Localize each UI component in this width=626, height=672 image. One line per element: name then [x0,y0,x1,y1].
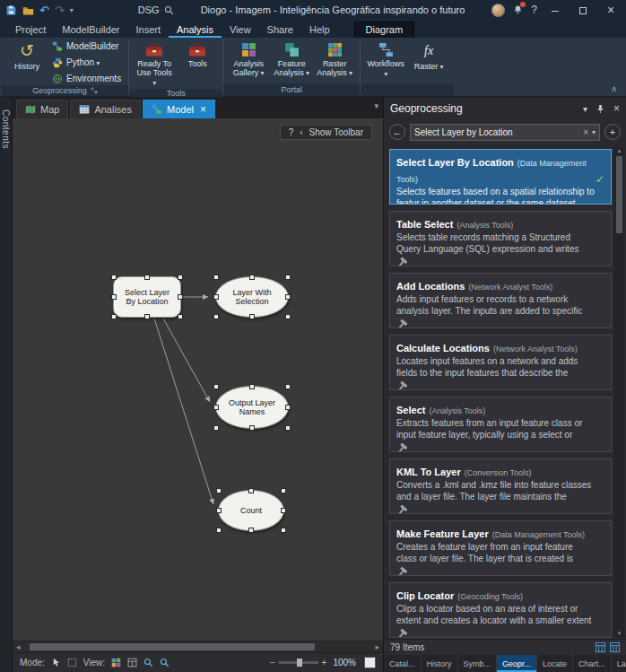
selection-handle[interactable] [213,314,219,319]
search-icon[interactable] [164,5,174,15]
dock-grid-icon[interactable] [610,642,620,652]
tool-card-select[interactable]: Select(Analysis Tools) Extracts features… [389,397,612,452]
view-tab-map[interactable]: Map [16,100,68,118]
tab-help[interactable]: Help [301,22,338,38]
tab-diagram[interactable]: Diagram [354,22,415,38]
selection-handle[interactable] [111,275,117,280]
search-dropdown-icon[interactable]: ▾ [592,128,596,136]
selection-handle[interactable] [213,294,219,300]
select-box-mode-icon[interactable] [67,658,77,668]
selection-handle[interactable] [111,314,117,319]
panel-tab-symbology[interactable]: Symb... [458,655,498,672]
analysis-gallery-button[interactable]: Analysis Gallery [228,39,269,83]
selection-handle[interactable] [281,508,286,513]
scroll-right-icon[interactable]: ▸ [371,643,383,651]
pin-icon[interactable] [596,104,605,114]
tool-card-select-layer-by-location[interactable]: Select Layer By Location(Data Management… [389,149,612,205]
zoom-out-icon[interactable] [160,658,170,668]
model-canvas[interactable]: ? ‹ Show Toolbar Select Layer By Loc [13,118,383,641]
tab-list-icon[interactable]: ▾ [374,101,378,110]
clear-search-icon[interactable]: × [583,127,588,137]
overview-button[interactable] [364,657,376,668]
tab-view[interactable]: View [222,22,259,38]
zoom-slider-thumb[interactable] [297,659,302,667]
tool-card-table-select[interactable]: Table Select(Analysis Tools) Selects tab… [389,211,612,266]
selection-handle[interactable] [248,488,254,493]
selection-handle[interactable] [249,384,255,389]
tool-card-make-feature-layer[interactable]: Make Feature Layer(Data Management Tools… [389,520,612,576]
tool-card-calculate-locations[interactable]: Calculate Locations(Network Analyst Tool… [389,335,612,390]
zoom-in-plus[interactable]: + [322,658,327,668]
selection-handle[interactable] [249,275,255,280]
selection-handle[interactable] [216,528,222,533]
tab-project[interactable]: Project [7,22,54,38]
selection-handle[interactable] [285,314,291,319]
panel-tab-chart[interactable]: Chart... [573,655,612,672]
maximize-button[interactable] [573,4,593,15]
selection-handle[interactable] [285,294,291,300]
help-icon[interactable]: ? [531,4,537,16]
workflows-button[interactable]: Workflows [365,39,406,83]
notifications-icon[interactable] [513,4,523,16]
pointer-mode-icon[interactable] [51,658,61,668]
scroll-left-icon[interactable]: ◂ [13,643,24,651]
environments-button[interactable]: Environments [49,72,124,85]
view-tab-analises[interactable]: Analises [70,100,141,118]
scroll-down-icon[interactable]: ▾ [618,630,622,637]
selection-handle[interactable] [178,294,183,300]
panel-tab-geoprocessing[interactable]: Geopr... [497,655,537,672]
canvas-horizontal-scrollbar[interactable]: ◂ ▸ [13,641,383,652]
model-node-count[interactable]: Count [218,490,284,531]
selection-handle[interactable] [249,314,255,319]
selection-handle[interactable] [178,314,183,319]
panel-tab-locate[interactable]: Locate [537,655,573,672]
selection-handle[interactable] [249,425,255,431]
raster-analysis-button[interactable]: Raster Analysis [314,39,355,83]
selection-handle[interactable] [144,314,150,319]
feature-analysis-button[interactable]: Feature Analysis [271,39,312,83]
selection-handle[interactable] [178,275,183,280]
close-button[interactable]: × [601,4,621,16]
minimize-button[interactable] [545,4,565,15]
close-tab-icon[interactable]: × [200,103,206,116]
zoom-out-minus[interactable]: − [270,658,275,668]
panel-vertical-scrollbar[interactable]: ▴ ▾ [614,147,624,637]
history-button[interactable]: ↺ History [6,39,48,85]
selection-handle[interactable] [248,528,254,533]
scrollbar-thumb[interactable] [616,156,622,233]
tool-card-add-locations[interactable]: Add Locations(Network Analyst Tools) Add… [389,273,612,328]
dsg-search[interactable]: DSG [138,4,174,15]
tab-share[interactable]: Share [259,22,301,38]
chevron-down-icon[interactable]: ▾ [583,104,587,114]
selection-handle[interactable] [281,488,286,493]
zoom-level[interactable]: 100% [333,658,356,668]
model-view-icon[interactable] [111,658,121,668]
zoom-in-icon[interactable] [143,658,153,668]
selection-handle[interactable] [285,425,291,431]
dialog-launcher-icon[interactable] [91,87,98,94]
model-node-output-layer-names[interactable]: Output Layer Names [215,386,289,429]
undo-icon[interactable]: ↶ [39,4,49,16]
selection-handle[interactable] [281,528,286,533]
tab-modelbuilder[interactable]: ModelBuilder [54,22,127,38]
selection-handle[interactable] [285,384,291,389]
tab-analysis[interactable]: Analysis [169,22,222,38]
panel-tab-history[interactable]: History [422,655,458,672]
ready-to-use-tools-button[interactable]: Ready To Use Tools [134,39,175,89]
selection-handle[interactable] [216,488,222,493]
tool-card-kml-to-layer[interactable]: KML To Layer(Conversion Tools) Converts … [389,458,612,514]
selection-handle[interactable] [285,405,291,410]
open-project-icon[interactable] [22,4,34,16]
selection-handle[interactable] [111,294,117,300]
customize-quick-access-icon[interactable]: ▾ [70,6,74,14]
tab-insert[interactable]: Insert [127,22,169,38]
close-panel-icon[interactable]: × [613,102,620,115]
panel-tab-label[interactable]: Label... [612,655,626,672]
modelbuilder-button[interactable]: ModelBuilder [49,39,124,53]
selection-handle[interactable] [216,508,222,513]
search-input[interactable] [414,127,579,137]
raster-functions-button[interactable]: fx Raster [408,39,449,83]
selection-handle[interactable] [213,384,219,389]
python-button[interactable]: Python [49,56,124,69]
search-box[interactable]: × ▾ [410,124,600,141]
